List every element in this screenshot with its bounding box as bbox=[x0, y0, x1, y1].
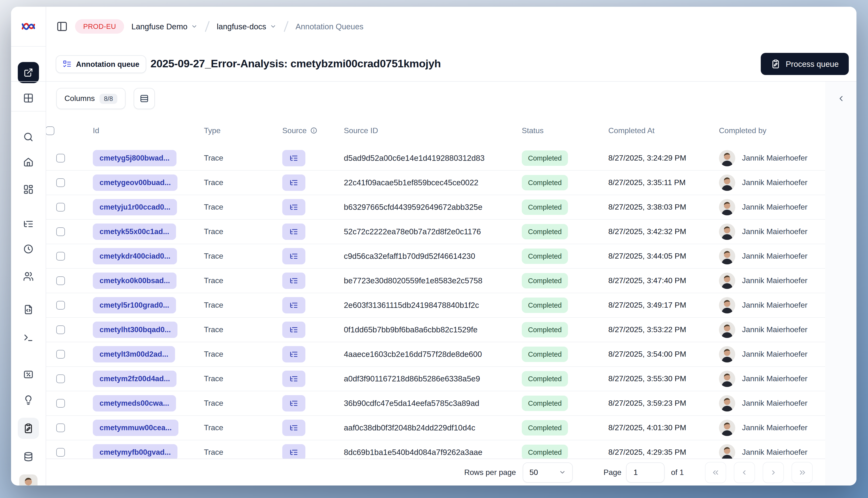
row-checkbox[interactable] bbox=[56, 252, 65, 261]
row-source-badge[interactable] bbox=[282, 346, 306, 363]
row-source-badge[interactable] bbox=[282, 150, 306, 166]
sidebar-item-annotation-queues[interactable] bbox=[18, 418, 39, 439]
row-source-id: be7723e30d8020559fe1e8583e2c5758 bbox=[344, 276, 482, 285]
sidebar-item-insights[interactable] bbox=[18, 390, 39, 411]
row-checkbox[interactable] bbox=[56, 178, 65, 187]
process-queue-button[interactable]: Process queue bbox=[761, 53, 849, 75]
row-id-badge[interactable]: cmetygeov00buad... bbox=[93, 174, 178, 191]
table-row[interactable]: cmetykdr400ciad0... Trace c9d56ca32efaff… bbox=[46, 244, 825, 269]
sidebar-item-sessions[interactable] bbox=[18, 238, 39, 260]
row-id-badge[interactable]: cmetyg5j800bwad... bbox=[93, 150, 176, 166]
sidebar-item-search[interactable] bbox=[18, 127, 39, 147]
row-source-badge[interactable] bbox=[282, 297, 306, 313]
column-header-status[interactable]: Status bbox=[522, 126, 544, 135]
row-source-badge[interactable] bbox=[282, 248, 306, 264]
sidebar-item-users[interactable] bbox=[18, 266, 39, 287]
row-checkbox[interactable] bbox=[56, 448, 65, 457]
row-source-id: a0df3f901167218d86b5286e6338a5e9 bbox=[344, 374, 480, 383]
table-row[interactable]: cmetyko0k00bsad... Trace be7723e30d80205… bbox=[46, 269, 825, 293]
environment-badge[interactable]: PROD-EU bbox=[75, 19, 124, 34]
first-page-button[interactable] bbox=[705, 462, 726, 483]
select-all-checkbox[interactable] bbox=[46, 126, 54, 135]
page-number-input[interactable]: 1 bbox=[626, 462, 665, 482]
status-badge: Completed bbox=[522, 298, 568, 313]
breadcrumb-org[interactable]: Langfuse Demo bbox=[131, 22, 198, 31]
sidebar-toggle-button[interactable] bbox=[56, 21, 68, 32]
table-row[interactable]: cmetygeov00buad... Trace 22c41f09acae5b1… bbox=[46, 171, 825, 195]
row-id-badge[interactable]: cmetyk55x00c1ad... bbox=[93, 224, 176, 240]
column-header-completed-by[interactable]: Completed by bbox=[719, 126, 766, 135]
row-source-badge[interactable] bbox=[282, 420, 306, 436]
row-completed-at: 8/27/2025, 3:42:32 PM bbox=[608, 227, 686, 236]
row-checkbox[interactable] bbox=[56, 350, 65, 358]
row-checkbox[interactable] bbox=[56, 375, 65, 383]
row-source-badge[interactable] bbox=[282, 444, 306, 460]
row-source-badge[interactable] bbox=[282, 322, 306, 338]
sidebar-item-playground[interactable] bbox=[18, 327, 39, 348]
row-id-badge[interactable]: cmetylt3m00d2ad... bbox=[93, 346, 175, 363]
table-row[interactable]: cmetyg5j800bwad... Trace d5ad9d52a00c6e1… bbox=[46, 146, 825, 171]
queue-type-badge[interactable]: Annotation queue bbox=[56, 55, 146, 73]
user-avatar[interactable] bbox=[19, 474, 38, 485]
row-checkbox[interactable] bbox=[56, 154, 65, 162]
row-source-badge[interactable] bbox=[282, 395, 306, 411]
row-checkbox[interactable] bbox=[56, 203, 65, 211]
table-row[interactable]: cmetymmuw00cea... Trace aaf0c38db0f3f204… bbox=[46, 416, 825, 440]
breadcrumb-project[interactable]: langfuse-docs bbox=[217, 22, 276, 31]
row-id-badge[interactable]: cmetylht300bqad0... bbox=[93, 322, 178, 338]
row-height-button[interactable] bbox=[134, 88, 155, 109]
sidebar-item-dashboards[interactable] bbox=[18, 179, 39, 200]
next-page-button[interactable] bbox=[763, 462, 784, 483]
column-header-source-id[interactable]: Source ID bbox=[344, 126, 378, 135]
row-source-id: 2e603f31361115db24198478840b1f2c bbox=[344, 301, 479, 310]
table-row[interactable]: cmetyl5r100grad0... Trace 2e603f31361115… bbox=[46, 293, 825, 318]
column-header-source[interactable]: Source bbox=[282, 126, 317, 135]
row-id-badge[interactable]: cmetymmuw00cea... bbox=[93, 420, 178, 436]
row-source-badge[interactable] bbox=[282, 273, 306, 289]
column-header-type[interactable]: Type bbox=[204, 126, 220, 135]
row-checkbox[interactable] bbox=[56, 301, 65, 310]
row-source-badge[interactable] bbox=[282, 371, 306, 387]
last-page-button[interactable] bbox=[792, 462, 813, 483]
row-source-badge[interactable] bbox=[282, 224, 306, 240]
row-id-badge[interactable]: cmetykdr400ciad0... bbox=[93, 248, 177, 264]
sidebar-item-evaluation[interactable] bbox=[18, 364, 39, 385]
sidebar-item-home[interactable] bbox=[18, 152, 39, 173]
sidebar-item-tables[interactable] bbox=[18, 88, 39, 109]
panel-expand-button[interactable] bbox=[833, 90, 849, 107]
row-completed-at: 8/27/2025, 3:54:00 PM bbox=[608, 350, 686, 358]
row-source-badge[interactable] bbox=[282, 174, 306, 191]
table-row[interactable]: cmetylht300bqad0... Trace 0f1dd65b7bb9bf… bbox=[46, 318, 825, 342]
sidebar-item-prompts[interactable] bbox=[18, 299, 39, 320]
avatar bbox=[719, 248, 735, 264]
table-row[interactable]: cmetylt3m00d2ad... Trace 4aaece1603cb2e1… bbox=[46, 342, 825, 367]
row-type: Trace bbox=[204, 375, 223, 383]
sidebar-item-datasets[interactable] bbox=[18, 446, 39, 467]
columns-button[interactable]: Columns 8/8 bbox=[56, 88, 126, 109]
table-row[interactable]: cmetyju1r00ccad0... Trace b63297665cfd44… bbox=[46, 195, 825, 220]
table-row[interactable]: cmetyk55x00c1ad... Trace 52c72c2222ea78e… bbox=[46, 220, 825, 244]
row-checkbox[interactable] bbox=[56, 227, 65, 236]
sidebar-item-open-external[interactable] bbox=[18, 62, 39, 83]
table-row[interactable]: cmetymeds00cwa... Trace 36b90cdfc47e5da1… bbox=[46, 391, 825, 416]
row-id-badge[interactable]: cmetyko0k00bsad... bbox=[93, 273, 177, 289]
row-checkbox[interactable] bbox=[56, 423, 65, 432]
rows-per-page-select[interactable]: 50 bbox=[523, 462, 573, 482]
row-source-id: d5ad9d52a00c6e14e1d4192880312d83 bbox=[344, 154, 484, 163]
row-checkbox[interactable] bbox=[56, 325, 65, 334]
column-header-completed-at[interactable]: Completed At bbox=[608, 126, 655, 135]
sidebar-item-traces[interactable] bbox=[18, 213, 39, 235]
column-header-id[interactable]: Id bbox=[93, 126, 99, 135]
row-completed-by: Jannik Maierhoefer bbox=[742, 178, 807, 187]
row-id-badge[interactable]: cmetym2fz00d4ad... bbox=[93, 371, 177, 387]
row-id-badge[interactable]: cmetymyfb00gvad... bbox=[93, 444, 178, 460]
row-id-badge[interactable]: cmetyju1r00ccad0... bbox=[93, 199, 177, 215]
row-source-badge[interactable] bbox=[282, 199, 306, 215]
row-checkbox[interactable] bbox=[56, 276, 65, 285]
row-checkbox[interactable] bbox=[56, 399, 65, 408]
previous-page-button[interactable] bbox=[734, 462, 755, 483]
row-id-badge[interactable]: cmetyl5r100grad0... bbox=[93, 297, 176, 313]
row-id-badge[interactable]: cmetymeds00cwa... bbox=[93, 395, 176, 411]
table-row[interactable]: cmetym2fz00d4ad... Trace a0df3f901167218… bbox=[46, 367, 825, 391]
langfuse-logo-icon[interactable] bbox=[21, 21, 36, 32]
